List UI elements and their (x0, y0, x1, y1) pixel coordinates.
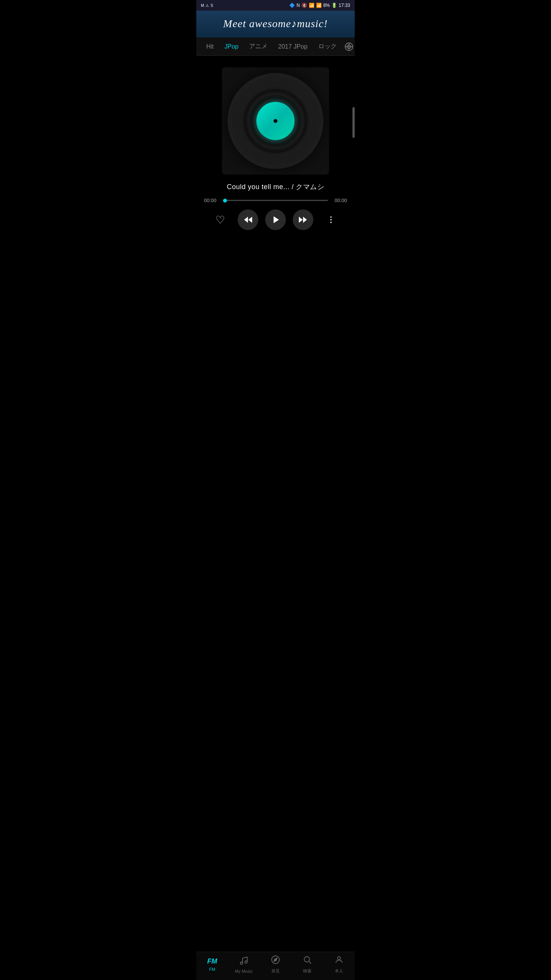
progress-bar[interactable] (223, 200, 328, 201)
bottom-spacer (202, 234, 349, 265)
battery-text: 8% (323, 3, 330, 8)
song-title: Could you tell me... / クマムシ (202, 182, 349, 191)
heart-button[interactable]: ♡ (210, 209, 230, 230)
progress-container[interactable]: 00:00 00:00 (202, 198, 349, 203)
bluetooth-icon: 🔷 (289, 3, 295, 8)
vinyl-label (256, 102, 295, 140)
time-end: 00:00 (331, 198, 347, 203)
status-bar: M ⚠ S 🔷 N 🔇 📶 📶 8% 🔋 17:33 (196, 0, 355, 11)
more-options-button[interactable] (321, 209, 341, 230)
tabs-container[interactable]: Hit JPop アニメ 2017 JPop ロック (196, 38, 355, 56)
wifi-icon: 📶 (309, 3, 315, 8)
progress-thumb[interactable] (223, 199, 227, 203)
vinyl-record (228, 73, 323, 169)
mute-icon: 🔇 (302, 3, 307, 8)
signal-icon: 📶 (316, 3, 322, 8)
rewind-button[interactable] (238, 209, 258, 230)
time-start: 00:00 (204, 198, 220, 203)
music-note-icon: ♪ (291, 18, 297, 29)
vinyl-container (202, 67, 349, 175)
svg-marker-6 (274, 216, 279, 223)
tab-rock[interactable]: ロック (313, 38, 342, 56)
m-icon: M (201, 3, 204, 8)
play-button[interactable] (265, 209, 286, 230)
battery-icon: 🔋 (331, 3, 337, 8)
s-icon: S (210, 3, 213, 8)
nfc-icon: N (297, 3, 300, 8)
alert-icon: ⚠ (205, 3, 209, 8)
controls-row: ♡ (202, 209, 349, 230)
title-text: Meet awesome (223, 18, 291, 29)
app-title: Meet awesome♪music! (204, 18, 347, 30)
main-content: Could you tell me... / クマムシ 00:00 00:00 … (196, 56, 355, 272)
status-left-icons: M ⚠ S (201, 3, 213, 8)
svg-marker-4 (244, 217, 248, 223)
tab-anime[interactable]: アニメ (244, 38, 273, 56)
scroll-indicator (352, 107, 355, 138)
time-display: 17:33 (339, 3, 350, 8)
svg-marker-7 (303, 217, 307, 223)
tab-jpop2017[interactable]: 2017 JPop (273, 38, 313, 56)
tab-jpop[interactable]: JPop (219, 38, 244, 56)
vinyl-center-dot (274, 119, 277, 123)
svg-marker-8 (299, 217, 303, 223)
vinyl-wrapper (222, 67, 329, 175)
status-right-icons: 🔷 N 🔇 📶 📶 8% 🔋 17:33 (289, 3, 350, 8)
app-header: Meet awesome♪music! (196, 11, 355, 38)
tab-hit[interactable]: Hit (201, 38, 219, 56)
tab-more-icon[interactable] (342, 40, 355, 54)
song-info: Could you tell me... / クマムシ (202, 182, 349, 191)
forward-button[interactable] (293, 209, 313, 230)
svg-marker-5 (248, 217, 252, 223)
title-suffix: music! (297, 18, 328, 29)
